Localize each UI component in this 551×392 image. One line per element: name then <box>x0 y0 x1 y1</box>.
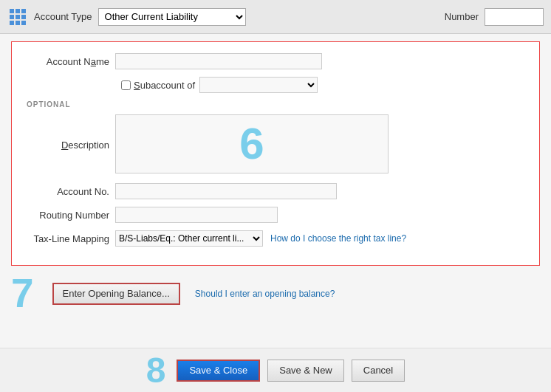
account-no-input[interactable] <box>115 183 337 199</box>
opening-balance-area: 7 Enter Opening Balance... Should I ente… <box>11 273 540 314</box>
grid-icon <box>7 7 28 27</box>
tax-line-label: Tax-Line Mapping <box>27 233 115 244</box>
account-no-label: Account No. <box>27 186 115 197</box>
account-type-label: Account Type <box>34 11 92 22</box>
account-name-label: Account Name <box>27 56 115 67</box>
routing-number-row: Routing Number <box>27 207 524 223</box>
account-name-row: Account Name <box>27 53 524 69</box>
description-row: Description 6 <box>27 114 524 176</box>
subaccount-label: Subaccount of <box>134 80 195 91</box>
form-panel: Account Name Subaccount of OPTIONAL Des <box>11 41 540 266</box>
description-textarea[interactable] <box>115 114 389 173</box>
tax-line-select[interactable]: B/S-Liabs/Eq.: Other current li... <box>115 230 263 247</box>
subaccount-select[interactable] <box>199 77 318 93</box>
opening-balance-help-link[interactable]: Should I enter an opening balance? <box>195 289 335 299</box>
step7-number: 7 <box>11 273 34 314</box>
number-input[interactable] <box>485 8 544 26</box>
tax-line-help-link[interactable]: How do I choose the right tax line? <box>270 233 406 244</box>
routing-number-label: Routing Number <box>27 210 115 221</box>
account-no-row: Account No. <box>27 183 524 199</box>
svg-rect-4 <box>16 15 20 19</box>
step8-number: 8 <box>146 353 166 388</box>
description-wrapper: 6 <box>115 114 389 176</box>
svg-rect-1 <box>16 9 20 13</box>
tax-line-row: Tax-Line Mapping B/S-Liabs/Eq.: Other cu… <box>27 230 524 247</box>
enter-opening-balance-button[interactable]: Enter Opening Balance... <box>52 283 180 305</box>
main-content: Account Name Subaccount of OPTIONAL Des <box>0 34 551 348</box>
footer: 8 Save & Close Save & New Cancel <box>0 348 551 392</box>
save-new-button[interactable]: Save & New <box>267 360 344 382</box>
svg-rect-2 <box>21 9 26 13</box>
cancel-button[interactable]: Cancel <box>352 360 405 382</box>
top-bar: Account Type Other Current Liability Num… <box>0 0 551 34</box>
description-label: Description <box>27 140 115 151</box>
account-name-input[interactable] <box>115 53 322 69</box>
svg-rect-0 <box>10 9 14 13</box>
number-label: Number <box>445 11 479 22</box>
subaccount-row: Subaccount of <box>121 77 524 93</box>
subaccount-checkbox[interactable] <box>121 80 131 90</box>
routing-number-input[interactable] <box>115 207 278 223</box>
svg-rect-8 <box>21 21 26 25</box>
save-close-button[interactable]: Save & Close <box>177 360 260 382</box>
svg-rect-7 <box>16 21 20 25</box>
svg-rect-3 <box>10 15 14 19</box>
account-type-select[interactable]: Other Current Liability <box>98 8 246 26</box>
svg-rect-6 <box>10 21 14 25</box>
svg-rect-5 <box>21 15 26 19</box>
optional-label: OPTIONAL <box>27 100 524 109</box>
